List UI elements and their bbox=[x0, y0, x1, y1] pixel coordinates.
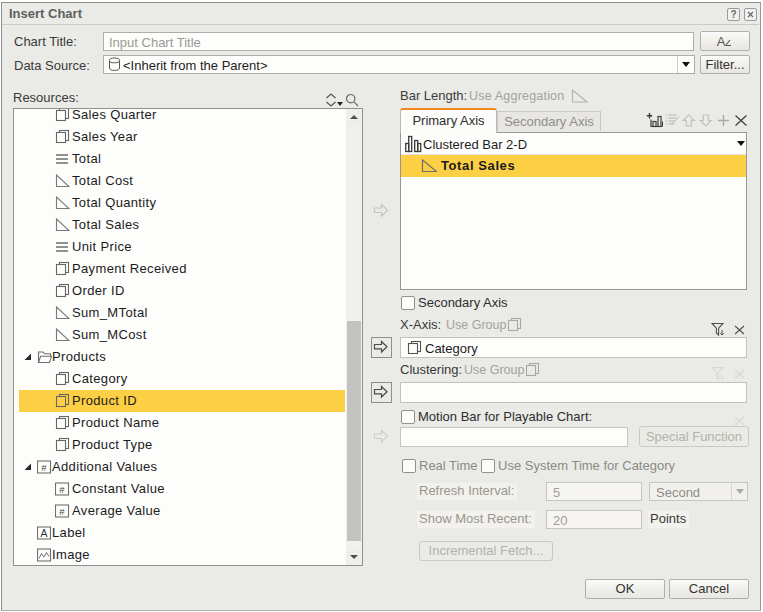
svg-text:#: # bbox=[59, 484, 65, 495]
svg-text:#: # bbox=[59, 506, 65, 517]
svg-text:#: # bbox=[41, 462, 47, 473]
svg-text:?: ? bbox=[730, 9, 736, 20]
svg-text:A: A bbox=[40, 527, 47, 539]
svg-text:A: A bbox=[717, 34, 726, 49]
